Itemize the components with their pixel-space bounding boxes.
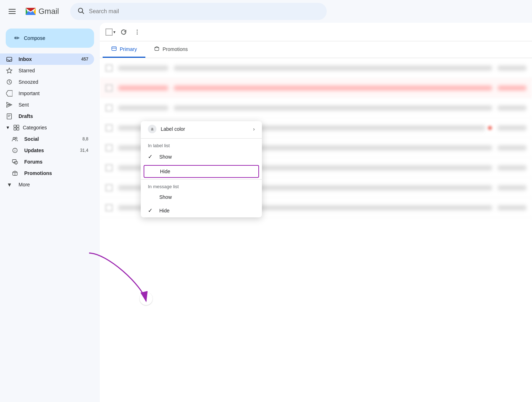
tab-promotions[interactable]: Promotions	[145, 41, 196, 58]
app-container: Gmail ✏ Compose	[0, 0, 532, 402]
email-date	[498, 86, 526, 91]
email-date	[498, 145, 526, 150]
email-checkbox[interactable]	[105, 164, 113, 171]
tab-primary[interactable]: Primary	[103, 41, 145, 58]
svg-rect-15	[17, 128, 19, 130]
inbox-count: 457	[81, 57, 88, 62]
table-row[interactable]	[100, 58, 532, 78]
updates-icon: i	[11, 147, 19, 154]
categories-icon	[13, 124, 20, 131]
email-list[interactable]	[100, 58, 532, 402]
promotions-tab-label: Promotions	[162, 46, 188, 52]
promotions-label: Promotions	[24, 170, 88, 176]
hide-label-text: Hide	[160, 169, 170, 174]
checkmark-icon: ✓	[148, 153, 155, 160]
sidebar-item-promotions[interactable]: Promotions	[0, 168, 94, 179]
email-checkbox[interactable]	[105, 84, 113, 92]
email-checkbox[interactable]	[105, 204, 113, 211]
draft-icon	[6, 113, 13, 119]
important-icon	[6, 90, 13, 97]
body-layout: ✏ Compose Inbox 457	[0, 23, 532, 402]
updates-count: 31,4	[80, 148, 88, 153]
email-sender	[118, 105, 168, 110]
menu-item-msg-show[interactable]: Show	[141, 191, 262, 203]
email-checkbox[interactable]	[105, 104, 113, 112]
search-bar[interactable]	[70, 3, 327, 20]
svg-point-17	[15, 137, 17, 139]
select-all-control[interactable]: ▾	[105, 29, 115, 36]
forums-icon	[11, 159, 19, 165]
submenu-arrow-icon: ›	[253, 126, 255, 132]
more-label: More	[19, 182, 88, 187]
message-list-section: In message list	[141, 181, 262, 191]
social-label: Social	[24, 136, 82, 142]
email-sender	[118, 66, 168, 71]
svg-point-26	[146, 296, 147, 297]
logo-area: Gmail	[24, 5, 59, 18]
menu-icon[interactable]	[6, 5, 19, 18]
email-subject	[174, 66, 492, 71]
app-name: Gmail	[38, 7, 59, 16]
email-checkbox[interactable]	[105, 124, 113, 132]
menu-item-msg-hide[interactable]: ✓ Hide	[141, 203, 262, 217]
msg-hide-text: Hide	[159, 208, 170, 213]
send-icon	[6, 102, 13, 108]
sidebar-item-important[interactable]: Important	[0, 88, 94, 99]
search-input[interactable]	[89, 8, 320, 15]
more-expand-icon: ▾	[6, 181, 13, 189]
tabs-bar: Primary Promotions	[100, 41, 532, 58]
starred-label: Starred	[19, 68, 88, 73]
select-dropdown-arrow[interactable]: ▾	[113, 30, 115, 35]
table-row[interactable]	[100, 98, 532, 118]
menu-item-show-label[interactable]: ✓ Show	[141, 150, 262, 164]
svg-marker-8	[6, 91, 12, 96]
svg-point-27	[146, 298, 147, 299]
email-sender	[118, 86, 168, 91]
categories-header[interactable]: ▼ Categories	[0, 122, 94, 133]
compose-icon: ✏	[14, 34, 20, 42]
promotions-more-button[interactable]	[140, 292, 153, 305]
menu-item-hide-label[interactable]: Hide	[144, 165, 259, 178]
select-all-checkbox[interactable]	[105, 29, 113, 36]
svg-point-24	[137, 34, 138, 35]
inbox-label: Inbox	[19, 56, 81, 62]
table-row[interactable]	[100, 78, 532, 98]
email-date	[498, 105, 526, 110]
sidebar-item-snoozed[interactable]: Snoozed	[0, 76, 94, 88]
refresh-button[interactable]	[118, 27, 129, 37]
sidebar-item-social[interactable]: Social 8,8	[0, 133, 94, 145]
email-date	[498, 125, 526, 130]
sidebar-item-inbox[interactable]: Inbox 457	[0, 53, 94, 65]
menu-divider-1	[141, 138, 262, 139]
updates-label: Updates	[24, 148, 80, 153]
context-menu: a Label color › In label list ✓ Show Hid…	[141, 121, 262, 217]
svg-rect-14	[14, 128, 16, 130]
email-checkbox[interactable]	[105, 184, 113, 191]
more-options-button[interactable]	[132, 27, 143, 37]
sidebar-item-forums[interactable]: Forums	[0, 156, 94, 168]
sidebar-item-drafts[interactable]: Drafts	[0, 110, 94, 122]
svg-point-23	[137, 31, 138, 32]
menu-item-label-color[interactable]: a Label color ›	[141, 121, 262, 137]
svg-rect-12	[14, 125, 16, 127]
gmail-logo-svg	[24, 5, 37, 18]
sidebar: ✏ Compose Inbox 457	[0, 23, 100, 402]
svg-line-4	[82, 12, 84, 14]
email-checkbox[interactable]	[105, 65, 113, 72]
categories-label: Categories	[23, 125, 47, 130]
sidebar-item-sent[interactable]: Sent	[0, 99, 94, 110]
sidebar-item-starred[interactable]: Starred	[0, 65, 94, 76]
star-icon	[6, 67, 13, 74]
email-date	[498, 205, 526, 210]
label-list-section: In label list	[141, 140, 262, 150]
compose-button[interactable]: ✏ Compose	[6, 29, 94, 48]
red-dot-badge	[488, 126, 492, 130]
svg-rect-2	[9, 13, 16, 14]
email-checkbox[interactable]	[105, 144, 113, 151]
search-icon	[77, 7, 84, 16]
sidebar-item-updates[interactable]: i Updates 31,4	[0, 145, 94, 156]
show-label-text: Show	[159, 154, 172, 160]
drafts-label: Drafts	[19, 113, 88, 119]
email-date	[498, 66, 526, 71]
sidebar-item-more[interactable]: ▾ More	[0, 179, 94, 190]
